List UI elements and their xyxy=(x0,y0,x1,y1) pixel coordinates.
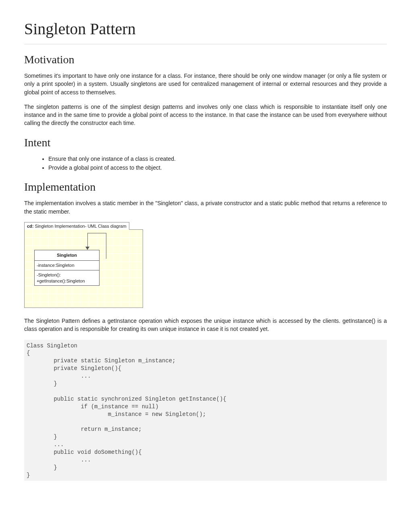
uml-op-2: +getInstance():Singleton xyxy=(37,278,97,284)
uml-tab-prefix: cd: xyxy=(27,224,34,229)
title-divider xyxy=(24,44,387,44)
uml-body: Singleton -instance:Singleton -Singleton… xyxy=(24,229,143,308)
intent-list: Ensure that only one instance of a class… xyxy=(24,155,387,172)
page-title: Singleton Pattern xyxy=(24,19,387,38)
uml-tab: cd: Singleton Implementation- UML Class … xyxy=(24,222,129,230)
implementation-paragraph-1: The implementation involves a static mem… xyxy=(24,199,387,216)
heading-implementation: Implementation xyxy=(24,181,387,193)
uml-class-operations: -Singleton(): +getInstance():Singleton xyxy=(35,270,99,286)
motivation-paragraph-1: Sometimes it's important to have only on… xyxy=(24,72,387,96)
intent-item-1: Ensure that only one instance of a class… xyxy=(48,155,387,163)
uml-tab-text: Singleton Implementation- UML Class diag… xyxy=(34,224,127,229)
intent-item-2: Provide a global point of access to the … xyxy=(48,164,387,172)
uml-class-attributes: -instance:Singleton xyxy=(35,260,99,270)
heading-intent: Intent xyxy=(24,136,387,149)
page: Singleton Pattern Motivation Sometimes i… xyxy=(0,0,411,497)
heading-motivation: Motivation xyxy=(24,53,387,66)
uml-diagram: cd: Singleton Implementation- UML Class … xyxy=(24,222,143,308)
implementation-paragraph-2: The Singleton Pattern defines a getInsta… xyxy=(24,317,387,333)
uml-class-name: Singleton xyxy=(35,250,99,260)
uml-op-1: -Singleton(): xyxy=(37,272,97,278)
motivation-paragraph-2: The singleton patterns is one of the sim… xyxy=(24,103,387,127)
uml-self-arrow-icon xyxy=(62,233,105,250)
code-block: Class Singleton { private static Singlet… xyxy=(24,340,387,481)
uml-class-box: Singleton -instance:Singleton -Singleton… xyxy=(34,250,100,286)
